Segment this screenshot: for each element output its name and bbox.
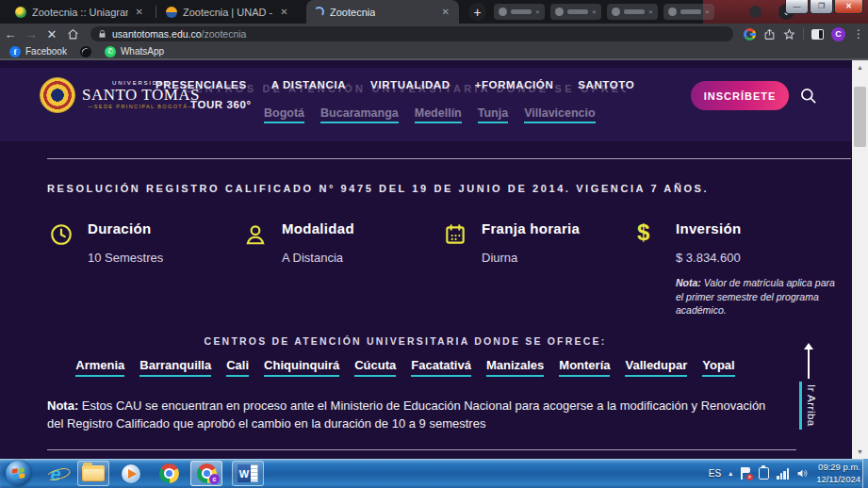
tab-close-icon[interactable]: ×: [648, 8, 653, 16]
city-bucaramanga[interactable]: Bucaramanga: [320, 106, 399, 123]
back-to-top[interactable]: Ir Arriba: [796, 349, 821, 430]
center-cali[interactable]: Cali: [226, 358, 249, 377]
center-chiquinquira[interactable]: Chiquinquirá: [264, 358, 339, 377]
bookmark-facebook[interactable]: f Facebook: [9, 46, 67, 57]
centers-links: Armenia Barranquilla Cali Chiquinquirá C…: [0, 358, 811, 377]
favicon-icon: [499, 8, 507, 16]
minimize-button[interactable]: —: [785, 0, 809, 14]
tab-close-icon[interactable]: ✕: [134, 7, 145, 18]
city-tunja[interactable]: Tunja: [478, 106, 508, 123]
favicon-icon: [612, 8, 620, 16]
nav-formacion[interactable]: +FORMACIÓN: [475, 79, 554, 90]
google-icon[interactable]: [744, 28, 756, 41]
bookmark-globe[interactable]: [80, 46, 91, 57]
dollar-icon: $: [637, 220, 663, 317]
city-medellin[interactable]: Medellín: [415, 106, 462, 123]
center-monteria[interactable]: Montería: [559, 358, 610, 377]
tab-zootecnia-active[interactable]: Zootecnia ✕: [306, 0, 459, 24]
stat-inversion: $ Inversión $ 3.834.600 Nota: Valor de m…: [637, 220, 842, 317]
inactive-ghost-tab[interactable]: ×: [550, 4, 601, 20]
inactive-ghost-tab[interactable]: ×: [607, 4, 658, 20]
maximize-button[interactable]: ❐: [810, 0, 833, 14]
speaker-icon[interactable]: [796, 467, 809, 480]
back-to-top-label: Ir Arriba: [799, 382, 818, 430]
home-button[interactable]: [62, 24, 83, 43]
nav-santoto[interactable]: SANTOTO: [578, 79, 634, 90]
internet-explorer-icon: e: [50, 464, 60, 483]
close-button[interactable]: ✕: [834, 0, 863, 14]
inscribete-button[interactable]: INSCRÍBETE: [691, 81, 789, 110]
nav-presenciales[interactable]: PRESENCIALES: [156, 79, 247, 90]
scroll-down-arrow[interactable]: ▼: [852, 445, 868, 459]
center-facatativa[interactable]: Facatativá: [411, 358, 471, 377]
profile-avatar[interactable]: C: [831, 27, 845, 41]
center-armenia[interactable]: Armenia: [75, 358, 124, 377]
hidden-icons-button[interactable]: ▴: [729, 469, 732, 478]
university-emblem-icon: [40, 77, 75, 113]
scrollbar-thumb[interactable]: [854, 87, 866, 147]
page-scrollbar[interactable]: ▲ ▼: [852, 60, 868, 459]
side-panel-icon[interactable]: [811, 29, 824, 40]
resolution-text: RESOLUCIÓN REGISTRO CALIFICADO N° 9475 D…: [47, 183, 709, 194]
note-label: Nota:: [47, 399, 78, 413]
start-button[interactable]: [6, 461, 31, 486]
favicon-icon: [555, 8, 564, 16]
inactive-ghost-tab[interactable]: ×: [494, 4, 545, 20]
center-barranquilla[interactable]: Barranquilla: [139, 358, 211, 377]
center-valledupar[interactable]: Valledupar: [625, 358, 687, 377]
tab-close-icon[interactable]: ×: [705, 8, 710, 16]
share-icon[interactable]: [763, 28, 776, 41]
nav-virtualidad[interactable]: VIRTUALIDAD: [370, 79, 450, 90]
bookmark-whatsapp[interactable]: ✆ WhatsApp: [105, 46, 164, 57]
chrome-profile-button-active[interactable]: c: [190, 461, 222, 486]
forward-button[interactable]: →: [21, 24, 41, 43]
globe-icon: [80, 46, 91, 57]
city-bogota[interactable]: Bogotá: [264, 106, 304, 123]
address-bar[interactable]: usantotomas.edu.co/zootecnia: [90, 26, 733, 41]
facebook-icon: f: [9, 46, 21, 57]
tab-close-icon[interactable]: ✕: [278, 7, 289, 18]
chrome-button[interactable]: [153, 461, 185, 486]
bookmark-star-icon[interactable]: [783, 28, 795, 41]
nav-a-distancia[interactable]: A DISTANCIA: [271, 79, 346, 90]
city-villavicencio[interactable]: Villavicencio: [524, 106, 596, 123]
system-tray: ES ▴ ✕ 09:29 p.m. 12/11/2024: [709, 459, 860, 488]
center-manizales[interactable]: Manizales: [486, 358, 544, 377]
word-icon: W: [237, 464, 258, 482]
tab-close-icon[interactable]: ✕: [440, 7, 451, 18]
network-signal-icon[interactable]: [777, 468, 789, 480]
clock-icon: [49, 220, 74, 265]
logo-campus: —SEDE PRINCIPAL BOGOTÁ—: [82, 105, 200, 110]
scroll-up-arrow[interactable]: ▲: [852, 60, 868, 74]
divider: [47, 449, 796, 450]
show-desktop-button[interactable]: [862, 459, 868, 488]
tab-unad[interactable]: Zootecnia | UNAD - ✕: [158, 0, 303, 24]
stat-label: Franja horaria: [482, 220, 580, 236]
tab-close-icon[interactable]: ×: [535, 8, 540, 16]
inactive-ghost-tab[interactable]: ×: [663, 4, 714, 20]
language-indicator[interactable]: ES: [709, 468, 721, 479]
nav-tour-360[interactable]: TOUR 360°: [190, 99, 252, 110]
media-player-button[interactable]: [115, 461, 147, 486]
center-yopal[interactable]: Yopal: [702, 358, 734, 377]
lock-icon: [98, 29, 106, 39]
back-button[interactable]: ←: [0, 24, 21, 43]
center-cucuta[interactable]: Cúcuta: [354, 358, 396, 377]
bookmarks-bar: f Facebook ✆ WhatsApp: [0, 44, 868, 60]
tab-title-blur: [511, 9, 532, 14]
action-center-flag-icon[interactable]: ✕: [740, 467, 751, 480]
menu-dots-icon[interactable]: ⋮: [853, 27, 864, 41]
bookmark-label: WhatsApp: [121, 46, 164, 57]
tab-close-icon[interactable]: ×: [592, 8, 597, 16]
stop-button[interactable]: ✕: [41, 24, 62, 43]
word-button[interactable]: W: [232, 461, 264, 486]
new-tab-button[interactable]: +: [468, 3, 486, 21]
clipboard-icon[interactable]: [759, 467, 769, 480]
tab-uniagraria[interactable]: Zootecnia :: Uniagraria ✕: [8, 0, 153, 24]
tab-title-blur: [624, 9, 645, 14]
taskbar-clock[interactable]: 09:29 p.m. 12/11/2024: [816, 462, 860, 485]
internet-explorer-button[interactable]: e: [40, 461, 72, 486]
file-explorer-button[interactable]: [77, 461, 109, 486]
search-button[interactable]: [799, 87, 818, 106]
person-icon: [243, 220, 269, 265]
